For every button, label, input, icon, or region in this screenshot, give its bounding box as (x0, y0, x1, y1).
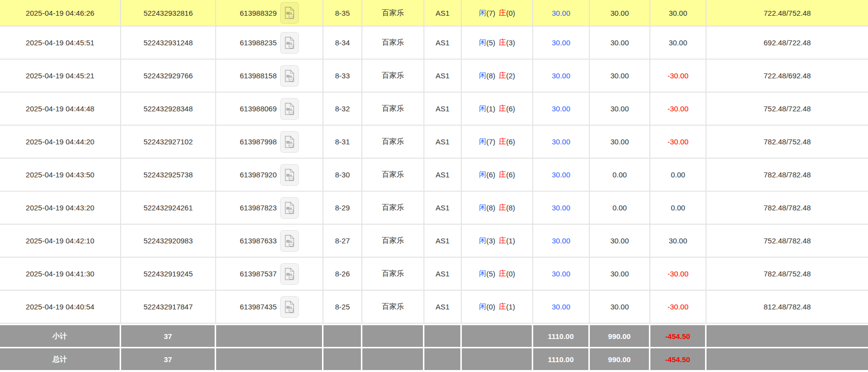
table-row[interactable]: 2025-04-19 04:45:21 522432929766 6139881… (0, 60, 868, 93)
banker-label: 庄 (499, 170, 506, 179)
summary-empty (362, 348, 424, 370)
balance: 782.48/752.48 (707, 126, 868, 158)
bet-amount-cell: 30.00 (533, 0, 590, 26)
table-row[interactable]: 2025-04-19 04:42:10 522432920983 6139876… (0, 225, 868, 258)
table-row[interactable]: 2025-04-19 04:43:50 522432925738 6139879… (0, 159, 868, 192)
table-body: 2025-04-19 04:46:26 522432932816 6139883… (0, 0, 868, 370)
player-score: (8) (486, 71, 495, 80)
bet-amount-link[interactable]: 30.00 (552, 270, 571, 278)
game-type: 百家乐 (362, 225, 424, 257)
round-id-cell: 613988069 (216, 93, 323, 125)
round-number: 8-26 (323, 258, 362, 290)
table-row[interactable]: 2025-04-19 04:41:30 522432919245 6139875… (0, 258, 868, 291)
video-replay-button[interactable] (280, 197, 299, 219)
bet-amount-link[interactable]: 30.00 (552, 71, 571, 80)
bet-amount-link[interactable]: 30.00 (552, 170, 571, 179)
bet-id: 522432920983 (121, 225, 216, 257)
video-replay-button[interactable] (280, 98, 299, 120)
bet-time: 2025-04-19 04:42:10 (0, 225, 121, 257)
round-number: 8-33 (323, 60, 362, 92)
player-score: (8) (486, 203, 495, 212)
bet-time: 2025-04-19 04:45:51 (0, 27, 121, 59)
bet-time: 2025-04-19 04:46:26 (0, 0, 121, 26)
video-icon (284, 6, 295, 19)
banker-label: 庄 (499, 137, 506, 146)
player-score: (3) (486, 237, 495, 245)
player-label: 闲 (479, 269, 486, 278)
valid-amount: 30.00 (590, 225, 650, 257)
game-type: 百家乐 (362, 258, 424, 290)
game-result: 闲(1)庄(6) (462, 93, 533, 125)
banker-label: 庄 (499, 71, 506, 80)
round-id: 613988069 (240, 104, 277, 113)
summary-row: 小计 37 1110.00 990.00 -454.50 (0, 325, 868, 347)
bet-amount-cell: 30.00 (533, 126, 590, 158)
table-row[interactable]: 2025-04-19 04:44:48 522432928348 6139880… (0, 93, 868, 126)
table-row[interactable]: 2025-04-19 04:40:54 522432917847 6139874… (0, 291, 868, 324)
banker-label: 庄 (499, 104, 506, 113)
bet-amount-cell: 30.00 (533, 192, 590, 224)
bet-amount-link[interactable]: 30.00 (552, 237, 571, 245)
win-loss: -30.00 (650, 258, 707, 290)
banker-score: (6) (506, 137, 515, 146)
video-replay-button[interactable] (280, 65, 299, 87)
bet-amount-link[interactable]: 30.00 (552, 38, 571, 47)
bet-amount-link[interactable]: 30.00 (552, 9, 571, 17)
table-name: AS1 (424, 27, 462, 59)
round-id: 613987823 (240, 203, 277, 212)
bet-amount-link[interactable]: 30.00 (552, 303, 571, 311)
table-name: AS1 (424, 60, 462, 92)
table-row[interactable]: 2025-04-19 04:46:26 522432932816 6139883… (0, 0, 868, 27)
game-type: 百家乐 (362, 159, 424, 191)
video-replay-button[interactable] (280, 32, 299, 54)
bet-time: 2025-04-19 04:44:20 (0, 126, 121, 158)
round-id: 613988235 (240, 38, 277, 47)
bet-time: 2025-04-19 04:41:30 (0, 258, 121, 290)
round-id: 613988329 (240, 9, 277, 17)
video-replay-button[interactable] (280, 263, 299, 285)
round-id-cell: 613987537 (216, 258, 323, 290)
balance: 692.48/722.48 (707, 27, 868, 59)
bet-amount-link[interactable]: 30.00 (552, 104, 571, 113)
table-row[interactable]: 2025-04-19 04:45:51 522432931248 6139882… (0, 27, 868, 60)
bet-id: 522432917847 (121, 291, 216, 323)
bet-id: 522432924261 (121, 192, 216, 224)
table-row[interactable]: 2025-04-19 04:43:20 522432924261 6139878… (0, 192, 868, 225)
video-replay-button[interactable] (280, 2, 299, 24)
video-replay-button[interactable] (280, 230, 299, 252)
round-number: 8-25 (323, 291, 362, 323)
round-id-cell: 613988235 (216, 27, 323, 59)
bet-id: 522432932816 (121, 0, 216, 26)
win-loss: 0.00 (650, 159, 707, 191)
player-score: (1) (486, 104, 495, 113)
player-label: 闲 (479, 236, 486, 245)
bet-amount-link[interactable]: 30.00 (552, 203, 571, 212)
video-icon (284, 135, 295, 148)
game-result: 闲(0)庄(1) (462, 291, 533, 323)
banker-score: (8) (506, 203, 515, 212)
player-score: (7) (486, 137, 495, 146)
bet-time: 2025-04-19 04:43:50 (0, 159, 121, 191)
video-replay-button[interactable] (280, 131, 299, 153)
banker-score: (6) (506, 104, 515, 113)
bet-amount-link[interactable]: 30.00 (552, 137, 571, 146)
table-row[interactable]: 2025-04-19 04:44:20 522432927102 6139879… (0, 126, 868, 159)
player-label: 闲 (479, 38, 486, 47)
banker-label: 庄 (499, 302, 506, 311)
bet-amount-cell: 30.00 (533, 27, 590, 59)
summary-win-loss: -454.50 (650, 325, 707, 347)
summary-label: 小计 (0, 325, 121, 347)
video-icon (284, 301, 295, 313)
round-number: 8-34 (323, 27, 362, 59)
table-name: AS1 (424, 291, 462, 323)
player-score: (5) (486, 38, 495, 47)
balance: 752.48/722.48 (707, 93, 868, 125)
video-replay-button[interactable] (280, 164, 299, 186)
banker-score: (1) (506, 237, 515, 245)
game-type: 百家乐 (362, 126, 424, 158)
video-replay-button[interactable] (280, 296, 299, 318)
banker-score: (0) (506, 270, 515, 278)
summary-empty (707, 348, 868, 370)
summary-count: 37 (121, 325, 216, 347)
summary-empty (707, 325, 868, 347)
